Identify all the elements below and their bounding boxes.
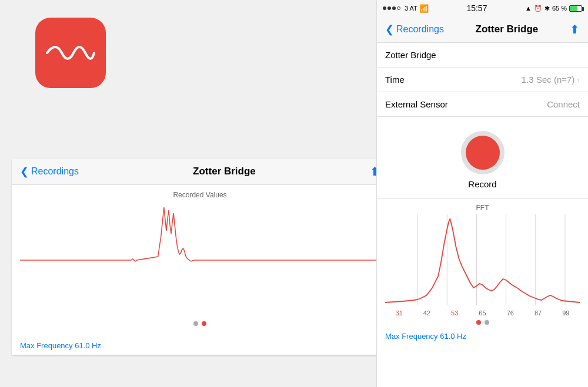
chart-label: Recorded Values	[20, 191, 380, 199]
time-label: Time	[385, 75, 405, 85]
record-button[interactable]	[461, 131, 505, 174]
status-bar: 3 AT 📶 15:57 ▲ ⏰ ✱ 65 %	[377, 0, 588, 16]
freq-99: 99	[562, 309, 569, 317]
right-back-label: Recordings	[396, 24, 444, 35]
right-chevron-icon: ❮	[385, 23, 394, 36]
alarm-icon: ⏰	[534, 5, 542, 12]
left-chevron-icon: ❮	[20, 165, 29, 178]
left-chart-area: Recorded Values	[12, 185, 388, 338]
battery-label: 65 %	[552, 5, 567, 12]
freq-65: 65	[479, 309, 486, 317]
signal-dots	[383, 6, 400, 10]
freq-87: 87	[534, 309, 542, 317]
status-time: 15:57	[466, 4, 487, 13]
external-sensor-row[interactable]: External Sensor Connect	[377, 92, 588, 117]
signal-dot-1	[383, 6, 386, 10]
left-max-freq: Max Frequency 61.0 Hz	[12, 338, 388, 355]
right-max-freq: Max Frequency 61.0 Hz	[377, 329, 588, 344]
fft-dot-2	[485, 320, 489, 325]
left-dots-row	[20, 319, 380, 328]
left-back-label: Recordings	[31, 166, 79, 177]
fft-chart	[385, 214, 580, 308]
record-area: Record	[377, 117, 588, 199]
detail-name-value: Zotter Bridge	[385, 50, 436, 60]
freq-76: 76	[507, 309, 514, 317]
fft-dot-1	[476, 320, 481, 325]
dot-1	[193, 321, 198, 326]
app-icon	[35, 18, 106, 88]
fft-freq-labels: 31 42 53 65 76 87 99	[385, 308, 580, 318]
freq-31: 31	[396, 309, 403, 317]
status-left: 3 AT 📶	[383, 4, 429, 13]
right-share-button[interactable]: ⬆	[570, 22, 580, 36]
left-back-button[interactable]: ❮ Recordings	[20, 165, 79, 178]
fft-title: FFT	[385, 204, 580, 212]
time-row[interactable]: Time 1.3 Sec (n=7) ›	[377, 68, 588, 92]
left-nav-bar: ❮ Recordings Zotter Bridge ⬆	[12, 159, 388, 185]
right-nav-title: Zotter Bridge	[476, 23, 539, 35]
left-nav-title: Zotter Bridge	[193, 166, 256, 177]
signal-dot-4	[397, 6, 400, 10]
signal-dot-3	[392, 6, 396, 10]
time-value: 1.3 Sec (n=7) ›	[522, 75, 580, 85]
status-right: ▲ ⏰ ✱ 65 %	[525, 5, 582, 12]
detail-name-row: Zotter Bridge	[377, 43, 588, 68]
left-panel: ❮ Recordings Zotter Bridge ⬆ Recorded Va…	[12, 159, 388, 355]
battery-icon	[569, 5, 582, 12]
fft-area: FFT 31 42 53 65 76 87 99	[377, 199, 588, 329]
right-nav-bar: ❮ Recordings Zotter Bridge ⬆	[377, 16, 588, 43]
signal-dot-2	[387, 6, 391, 10]
waveform-chart	[20, 201, 380, 319]
external-sensor-label: External Sensor	[385, 99, 448, 109]
dot-2	[202, 321, 206, 326]
carrier-label: 3 AT	[405, 5, 417, 12]
right-panel: 3 AT 📶 15:57 ▲ ⏰ ✱ 65 % ❮ Recordings Zot…	[376, 0, 588, 387]
right-back-button[interactable]: ❮ Recordings	[385, 23, 444, 36]
external-sensor-value: Connect	[547, 99, 580, 109]
fft-dots-row	[385, 318, 580, 327]
freq-42: 42	[423, 309, 430, 317]
time-chevron-icon: ›	[577, 75, 580, 85]
bluetooth-icon: ✱	[544, 5, 550, 12]
wifi-icon: 📶	[419, 4, 429, 13]
location-icon: ▲	[525, 5, 532, 12]
left-bottom-divider	[12, 355, 388, 355]
freq-53: 53	[451, 309, 458, 317]
record-label: Record	[468, 179, 496, 189]
record-button-inner	[466, 136, 500, 170]
